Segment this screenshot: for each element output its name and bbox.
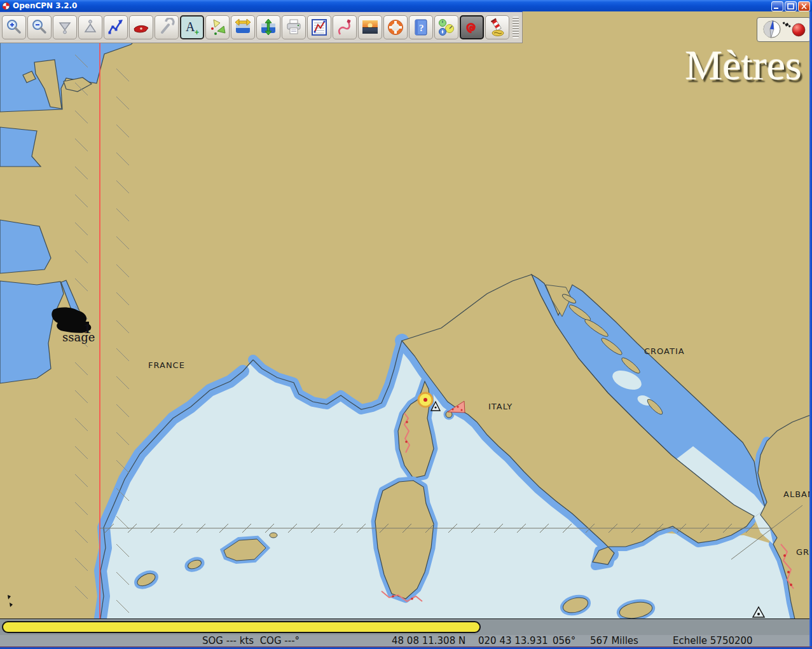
zoom-in-icon	[4, 18, 24, 37]
compass-rose-icon	[764, 20, 780, 39]
route-icon	[106, 18, 125, 37]
print-icon	[284, 18, 303, 37]
status-bearing: 056°	[553, 635, 575, 646]
ais-icon	[208, 18, 227, 37]
scale-chart-up-button[interactable]	[78, 15, 102, 39]
auto-follow-button[interactable]	[129, 15, 153, 39]
status-latitude: 48 08 11.308 N	[392, 635, 465, 646]
color-scheme-button[interactable]	[358, 15, 382, 39]
window-border-right	[809, 11, 812, 646]
status-sog-cog: SOG --- kts COG ---°	[202, 635, 299, 646]
chart-bar-active-chart[interactable]	[2, 621, 481, 633]
logbook-plugin-button[interactable]	[485, 15, 509, 39]
status-scale: Echelle 5750200	[673, 635, 753, 646]
label-albania: ALBAN	[783, 489, 812, 499]
zoom-out-icon	[30, 18, 49, 37]
window-border-bottom	[0, 646, 812, 649]
yellow-waypoint-marker[interactable]	[418, 393, 432, 407]
mob-button[interactable]	[383, 15, 408, 39]
opencpn-window: 1 ssage FRANCE ITALY CROATIA ALBAN GR Mè…	[0, 0, 812, 649]
status-distance: 567 Milles	[590, 635, 638, 646]
larger-scale-chart-button[interactable]	[256, 15, 280, 39]
label-greece: GR	[796, 547, 809, 557]
maximize-button[interactable]	[785, 1, 797, 11]
smaller-scale-chart-button[interactable]	[231, 15, 255, 39]
sunset-icon	[361, 18, 380, 37]
print-button[interactable]	[282, 15, 306, 39]
toolbar-grip[interactable]	[513, 17, 519, 38]
life-ring-icon	[386, 18, 405, 37]
ais-targets-button[interactable]	[205, 15, 230, 39]
options-button[interactable]	[155, 15, 179, 39]
route-manager-icon	[310, 18, 329, 37]
depth-units-overlay: Mètres	[685, 44, 802, 86]
help-book-icon: ?	[411, 18, 430, 37]
svg-text:?: ?	[419, 23, 424, 33]
minimize-button[interactable]	[771, 1, 783, 11]
wrench-icon	[157, 18, 176, 37]
toggle-track-button[interactable]	[333, 15, 357, 39]
status-longitude: 020 43 13.931	[478, 635, 548, 646]
window-title: OpenCPN 3.2.0	[13, 1, 77, 10]
cyclone-icon	[462, 18, 481, 37]
waypoint-label-fragment-2: ssage	[62, 331, 95, 344]
gps-status-ball-icon	[792, 24, 805, 36]
label-italy: ITALY	[488, 402, 513, 411]
close-button[interactable]	[798, 1, 810, 11]
minimize-icon	[772, 2, 783, 11]
compass-widget-icons	[757, 18, 810, 41]
label-croatia: CROATIA	[644, 346, 685, 356]
enc-text-button[interactable]: A +	[180, 15, 204, 39]
route-manager-button[interactable]	[307, 15, 331, 39]
chart-bar[interactable]	[0, 618, 812, 635]
maximize-icon	[785, 2, 796, 11]
scale-down-icon	[55, 18, 74, 37]
track-icon	[335, 18, 354, 37]
cyclone-plugin-button[interactable]	[460, 15, 484, 39]
zoom-out-button[interactable]	[27, 15, 52, 39]
scale-chart-down-button[interactable]	[53, 15, 77, 39]
help-button[interactable]: ?	[409, 15, 433, 39]
satellite-icon	[783, 22, 791, 27]
compass-gps-widget[interactable]	[757, 17, 811, 42]
dashboard-button[interactable]	[434, 15, 458, 39]
zoom-in-button[interactable]	[2, 15, 26, 39]
label-france: FRANCE	[148, 360, 185, 370]
chart-canvas[interactable]: 1 ssage FRANCE ITALY CROATIA ALBAN GR	[0, 0, 812, 649]
enc-text-icon: A +	[182, 18, 202, 37]
chart-scale-vertical-icon	[259, 18, 278, 37]
svg-text:A: A	[186, 20, 195, 34]
chart-scale-horizontal-icon	[233, 18, 252, 37]
scale-up-icon	[81, 18, 100, 37]
lighthouse-icon	[488, 18, 507, 37]
boat-icon	[132, 18, 151, 37]
create-route-button[interactable]	[104, 15, 128, 39]
title-bar: OpenCPN 3.2.0	[0, 0, 812, 11]
dashboard-gauges-icon	[437, 18, 456, 37]
opencpn-logo-icon	[2, 2, 10, 10]
main-toolbar: A +	[0, 11, 523, 43]
svg-text:+: +	[195, 28, 199, 37]
status-bar: SOG --- kts COG ---° 48 08 11.308 N 020 …	[0, 635, 812, 646]
close-icon	[799, 2, 809, 11]
